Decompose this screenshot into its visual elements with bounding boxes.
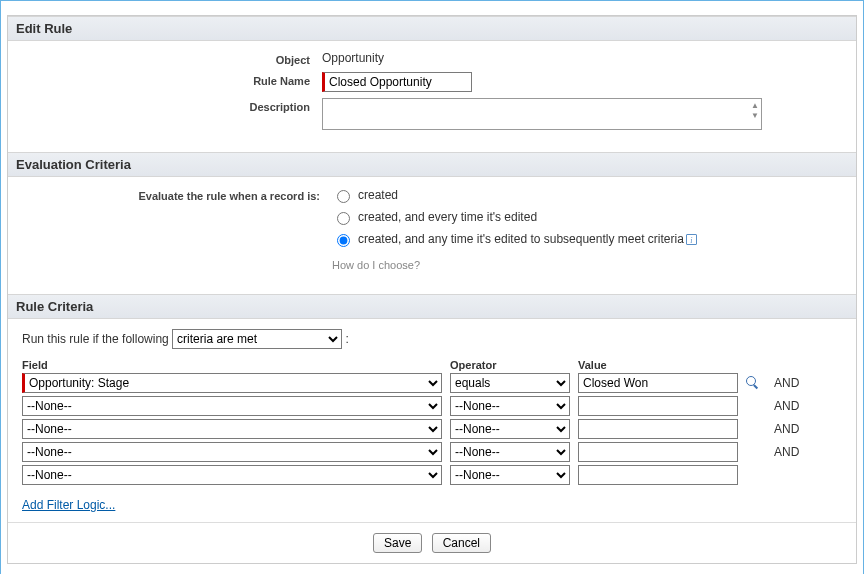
col-header-field: Field [22,359,442,371]
add-filter-logic-link[interactable]: Add Filter Logic... [22,498,115,512]
eval-radio-created-meet-criteria-label: created, and any time it's edited to sub… [358,232,684,246]
scroll-arrows-icon: ▲▼ [751,101,759,121]
and-label: AND [774,376,814,390]
criteria-value-input[interactable] [578,442,738,462]
rule-name-input[interactable] [322,72,472,92]
description-input[interactable]: ▲▼ [322,98,762,130]
criteria-value-input[interactable] [578,419,738,439]
and-label: AND [774,422,814,436]
criteria-operator-select[interactable]: --None-- [450,419,570,439]
lookup-icon[interactable] [746,376,760,390]
run-rule-prefix: Run this rule if the following [22,332,169,346]
criteria-row: --None----None--AND [22,396,842,416]
description-label: Description [22,98,322,113]
criteria-operator-select[interactable]: --None-- [450,442,570,462]
criteria-field-select[interactable]: --None-- [22,419,442,439]
section-header-rule-criteria: Rule Criteria [8,294,856,319]
criteria-row: --None----None--AND [22,419,842,439]
eval-radio-created-edited-label: created, and every time it's edited [358,210,537,224]
eval-radio-created[interactable] [337,190,350,203]
criteria-value-input[interactable] [578,396,738,416]
info-icon[interactable]: i [686,234,697,245]
save-button[interactable]: Save [373,533,422,553]
criteria-type-select[interactable]: criteria are met [172,329,342,349]
criteria-field-select[interactable]: --None-- [22,396,442,416]
how-do-i-choose-link[interactable]: How do I choose? [332,259,420,271]
and-label: AND [774,445,814,459]
and-label: AND [774,399,814,413]
rule-name-label: Rule Name [22,72,322,87]
run-rule-suffix: : [345,332,348,346]
col-header-value: Value [578,359,738,371]
criteria-operator-select[interactable]: --None-- [450,396,570,416]
object-value: Opportunity [322,51,842,65]
section-header-edit-rule: Edit Rule [8,16,856,41]
criteria-value-input[interactable] [578,465,738,485]
section-header-evaluation: Evaluation Criteria [8,152,856,177]
criteria-operator-select[interactable]: equals [450,373,570,393]
eval-radio-created-meet-criteria[interactable] [337,234,350,247]
eval-radio-created-label: created [358,188,398,202]
col-header-operator: Operator [450,359,570,371]
eval-radio-created-edited[interactable] [337,212,350,225]
criteria-row: Opportunity: StageequalsAND [22,373,842,393]
object-label: Object [22,51,322,66]
criteria-field-select[interactable]: --None-- [22,465,442,485]
criteria-row: --None----None-- [22,465,842,485]
criteria-value-input[interactable] [578,373,738,393]
criteria-field-select[interactable]: --None-- [22,442,442,462]
criteria-operator-select[interactable]: --None-- [450,465,570,485]
criteria-field-select[interactable]: Opportunity: Stage [22,373,442,393]
cancel-button[interactable]: Cancel [432,533,491,553]
evaluation-prompt-label: Evaluate the rule when a record is: [22,187,332,202]
criteria-row: --None----None--AND [22,442,842,462]
